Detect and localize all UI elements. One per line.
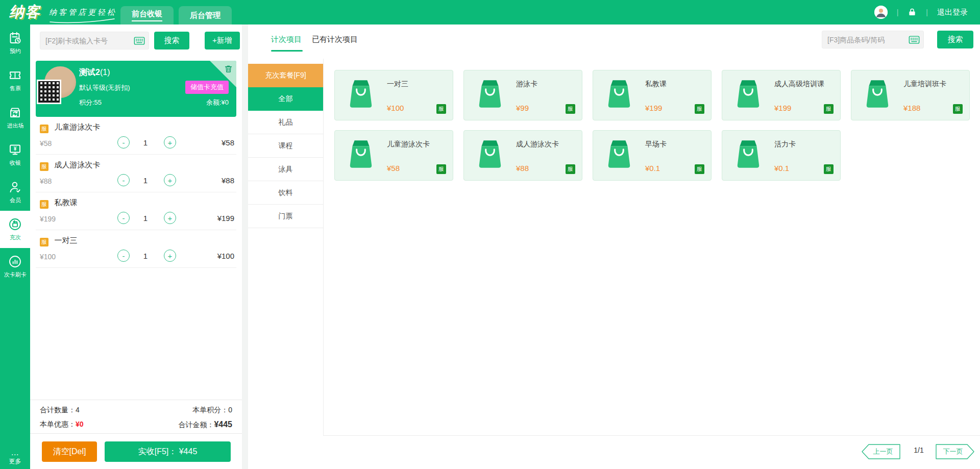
category-gifts[interactable]: 礼品	[248, 111, 323, 134]
sidebar-item-label: 会员	[9, 196, 20, 204]
tagline-swoosh	[49, 18, 115, 24]
cart-item-total: ¥58	[222, 138, 234, 147]
increase-qty-button[interactable]: +	[164, 212, 176, 224]
product-card[interactable]: 游泳卡 ¥99 服	[463, 70, 582, 120]
product-card[interactable]: 儿童培训班卡 ¥188 服	[851, 70, 970, 120]
decrease-qty-button[interactable]: -	[117, 174, 130, 186]
category-courses[interactable]: 课程	[248, 134, 323, 158]
tab-front-cashier[interactable]: 前台收银	[120, 6, 174, 24]
prev-page-button[interactable]: 上一页	[861, 444, 901, 459]
increase-qty-button[interactable]: +	[164, 250, 176, 262]
service-tag: 服	[695, 104, 704, 114]
next-page-button[interactable]: 下一页	[935, 444, 975, 459]
member-search-button[interactable]: 搜索	[154, 32, 189, 50]
product-name: 儿童游泳次卡	[387, 140, 430, 149]
product-card[interactable]: 成人高级培训课 ¥199 服	[722, 70, 841, 120]
checkout-button[interactable]: 实收[F5]： ¥445	[105, 441, 231, 462]
decrease-qty-button[interactable]: -	[117, 136, 130, 149]
brand-logo-text: 纳客	[9, 2, 41, 22]
category-admission[interactable]: 门票	[248, 205, 323, 228]
category-recharge-package[interactable]: 充次套餐[F9]	[248, 64, 323, 87]
summary-row: 合计数量：4 本单积分：0	[40, 406, 232, 415]
service-tag: 服	[566, 164, 575, 174]
product-name: 游泳卡	[516, 80, 537, 89]
product-card[interactable]: 活力卡 ¥0.1 服	[722, 130, 841, 181]
member-points: 积分:55	[79, 98, 102, 107]
ticket-icon	[8, 68, 22, 82]
tab-label: 前台收银	[132, 9, 162, 21]
logout-button[interactable]: 退出登录	[937, 8, 968, 17]
increase-qty-button[interactable]: +	[164, 136, 176, 149]
cart-item-total: ¥199	[217, 214, 234, 223]
main-area: 计次项目 已有计次项目 搜索 充次套餐[F9] 全部 礼品 课程 泳具 饮料 门…	[248, 24, 980, 469]
category-divider	[323, 59, 324, 435]
increase-qty-button[interactable]: +	[164, 174, 176, 186]
member-card-search-field	[40, 32, 149, 50]
add-member-button[interactable]: +新增	[205, 32, 240, 50]
clear-cart-button[interactable]: 清空[Del]	[42, 441, 97, 462]
user-avatar-button[interactable]	[874, 6, 888, 19]
svg-text:¥: ¥	[14, 146, 17, 152]
category-list: 充次套餐[F9] 全部 礼品 课程 泳具 饮料 门票	[248, 64, 323, 228]
calendar-clock-icon	[8, 31, 22, 45]
sidebar-item-card-swipe[interactable]: 次卡刷卡	[0, 248, 30, 285]
product-card[interactable]: 早场卡 ¥0.1 服	[593, 130, 712, 181]
product-barcode-input[interactable]	[822, 31, 899, 48]
cart-item-qty: 1	[138, 176, 153, 185]
cart-item: 服 成人游泳次卡 ¥88 - 1 + ¥88	[36, 155, 236, 192]
order-total: 合计金额：¥445	[178, 420, 232, 430]
product-price: ¥0.1	[774, 164, 789, 172]
actions-divider	[30, 433, 242, 434]
member-card-search-input[interactable]	[40, 32, 122, 49]
product-card[interactable]: 私教课 ¥199 服	[593, 70, 712, 120]
cart-item-total: ¥88	[222, 176, 234, 185]
category-all[interactable]: 全部	[248, 87, 323, 111]
keyboard-icon[interactable]	[909, 35, 920, 44]
brand-logo: 纳客 纳客管店更轻松	[9, 2, 117, 22]
decrease-qty-button[interactable]: -	[117, 250, 130, 262]
sidebar-item-tickets[interactable]: 售票	[0, 62, 30, 99]
sidebar-more-button[interactable]: ⋯ 更多	[0, 452, 30, 466]
cart-item: 服 儿童游泳次卡 ¥58 - 1 + ¥58	[36, 117, 236, 155]
keyboard-icon[interactable]	[134, 36, 145, 45]
service-tag: 服	[40, 125, 48, 133]
member-name: 测试2(1)	[79, 67, 110, 78]
remove-member-button[interactable]	[224, 64, 233, 73]
sidebar-item-members[interactable]: 会员	[0, 174, 30, 211]
product-card[interactable]: 儿童游泳次卡 ¥58 服	[334, 130, 453, 181]
tab-label: 后台管理	[190, 11, 220, 20]
tab-existing-count-items[interactable]: 已有计次项目	[312, 35, 358, 44]
ellipsis-icon: ⋯	[0, 452, 30, 457]
sidebar-more-label: 更多	[0, 457, 30, 466]
member-count-suffix: (1)	[100, 68, 110, 77]
category-swim-gear[interactable]: 泳具	[248, 158, 323, 181]
lock-icon[interactable]	[908, 7, 917, 17]
product-card[interactable]: 一对三 ¥100 服	[334, 70, 453, 120]
category-drinks[interactable]: 饮料	[248, 181, 323, 205]
cart-item-unit-price: ¥199	[40, 215, 56, 223]
sidebar-item-gate[interactable]: 进出场	[0, 99, 30, 136]
member-balance: 余额:¥0	[206, 98, 229, 107]
shopping-bag-icon	[475, 78, 505, 110]
product-search-button[interactable]: 搜索	[937, 31, 973, 48]
shopping-bag-icon	[863, 78, 892, 110]
brand-tagline: 纳客管店更轻松	[49, 8, 117, 16]
tab-count-items[interactable]: 计次项目	[271, 35, 302, 44]
sidebar-item-label: 收银	[9, 159, 20, 167]
order-points: 本单积分：0	[192, 406, 232, 415]
product-price: ¥199	[774, 104, 791, 112]
service-tag: 服	[824, 164, 834, 174]
top-nav-tabs: 前台收银 后台管理	[120, 6, 232, 24]
decrease-qty-button[interactable]: -	[117, 212, 130, 224]
product-card[interactable]: 成人游泳次卡 ¥88 服	[463, 130, 582, 181]
sidebar-item-recharge-count[interactable]: 充次	[0, 211, 30, 248]
trash-icon	[224, 64, 233, 73]
product-price: ¥199	[645, 104, 662, 112]
tab-backend-admin[interactable]: 后台管理	[179, 6, 232, 24]
card-swipe-icon	[8, 255, 22, 268]
member-name-text: 测试2	[79, 68, 100, 77]
product-name: 活力卡	[774, 140, 796, 149]
prev-page-label: 上一页	[861, 444, 901, 459]
sidebar-item-reservation[interactable]: 预约	[0, 24, 30, 62]
sidebar-item-cashier[interactable]: ¥ 收银	[0, 136, 30, 174]
